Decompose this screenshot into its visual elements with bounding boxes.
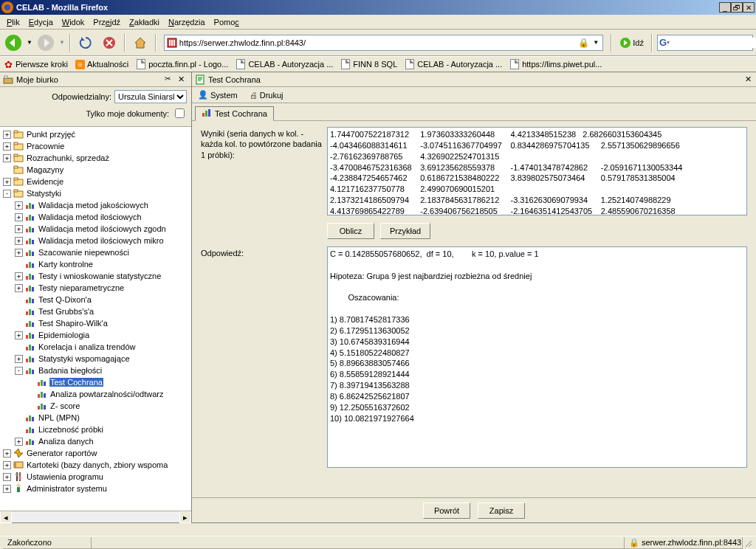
- expand-toggle[interactable]: +: [15, 272, 23, 280]
- bookmark-item[interactable]: CELAB - Autoryzacja ...: [236, 59, 333, 69]
- pin-icon[interactable]: ✂: [165, 75, 175, 85]
- expand-toggle[interactable]: +: [15, 249, 23, 257]
- tree-node[interactable]: Test Cochrana: [0, 376, 191, 388]
- url-dropdown-icon[interactable]: ▼: [591, 36, 601, 49]
- url-input[interactable]: [178, 38, 577, 47]
- tree-node[interactable]: +Testy nieparametryczne: [0, 282, 191, 294]
- menu-view[interactable]: Widok: [58, 16, 89, 28]
- tree-node[interactable]: +Pracownie: [0, 140, 191, 152]
- example-button[interactable]: Przykład: [380, 223, 430, 239]
- tree-node[interactable]: +Ewidencje: [0, 176, 191, 187]
- expand-toggle[interactable]: +: [3, 178, 11, 186]
- close-button[interactable]: ✕: [743, 2, 755, 13]
- expand-toggle[interactable]: +: [3, 461, 11, 469]
- search-bar[interactable]: G▾: [657, 35, 753, 51]
- reload-button[interactable]: [75, 32, 96, 53]
- tree-node[interactable]: +Walidacja metod ilościowych: [0, 211, 191, 223]
- expand-toggle[interactable]: -: [15, 367, 23, 375]
- expand-toggle[interactable]: +: [15, 355, 23, 363]
- tree-node[interactable]: NPL (MPN): [0, 412, 191, 424]
- bookmark-item[interactable]: https://lims.piwet.pul...: [509, 59, 602, 69]
- tree-node[interactable]: Analiza powtarzalności/odtwarz: [0, 388, 191, 400]
- menu-file[interactable]: Plik: [3, 16, 24, 28]
- go-button[interactable]: Idź: [616, 35, 647, 51]
- expand-toggle[interactable]: +: [15, 237, 23, 245]
- expand-toggle[interactable]: -: [3, 190, 11, 198]
- content-close-icon[interactable]: ✕: [743, 75, 753, 85]
- menu-go[interactable]: Przejdź: [89, 16, 124, 28]
- tab-cochrana[interactable]: Test Cochrana: [195, 106, 274, 121]
- tree-node[interactable]: +Walidacja metod ilościowych mikro: [0, 235, 191, 246]
- svg-rect-12: [14, 131, 18, 133]
- search-input[interactable]: [670, 38, 756, 48]
- calculate-button[interactable]: Oblicz: [327, 223, 374, 239]
- restore-button[interactable]: 🗗: [731, 2, 743, 13]
- only-mine-checkbox[interactable]: [175, 108, 185, 118]
- menu-bookmarks[interactable]: Zakładki: [126, 16, 163, 28]
- tree-node[interactable]: +Generator raportów: [0, 447, 191, 459]
- expand-toggle[interactable]: +: [15, 284, 23, 292]
- back-dropdown-icon[interactable]: ▼: [27, 39, 32, 46]
- resize-grip-icon[interactable]: [743, 538, 753, 548]
- bookmark-item[interactable]: FINN 8 SQL: [340, 59, 397, 69]
- tree-node[interactable]: +Analiza danych: [0, 435, 191, 447]
- tree-node[interactable]: Karty kontrolne: [0, 258, 191, 270]
- tree-node[interactable]: -Statystyki: [0, 187, 191, 199]
- tree-node[interactable]: +Epidemiologia: [0, 329, 191, 341]
- tree-node[interactable]: -Badania biegłości: [0, 365, 191, 376]
- home-button[interactable]: [130, 32, 151, 53]
- tree-node[interactable]: Z- score: [0, 400, 191, 412]
- url-bar[interactable]: 🔒 ▼: [164, 35, 603, 51]
- print-button[interactable]: 🖨 Drukuj: [248, 90, 285, 100]
- expand-toggle[interactable]: +: [15, 201, 23, 210]
- expand-toggle[interactable]: +: [15, 331, 23, 339]
- back-button[interactable]: [3, 32, 24, 53]
- input-data-textarea[interactable]: [327, 127, 747, 215]
- bookmark-item[interactable]: ≡ Aktualności: [75, 60, 128, 69]
- expand-toggle[interactable]: +: [15, 438, 23, 446]
- expand-toggle[interactable]: +: [3, 154, 11, 162]
- tree-node[interactable]: Magazyny: [0, 164, 191, 176]
- expand-toggle[interactable]: +: [3, 485, 11, 493]
- expand-toggle[interactable]: +: [3, 449, 11, 458]
- scroll-left-icon[interactable]: ◂: [0, 511, 12, 523]
- expand-toggle[interactable]: +: [3, 473, 11, 481]
- sidebar-close-icon[interactable]: ✕: [178, 75, 188, 85]
- tree-node[interactable]: Test Shapiro-Wilk'a: [0, 317, 191, 329]
- tree-node[interactable]: +Testy i wnioskowanie statystyczne: [0, 270, 191, 282]
- tree-node[interactable]: +Szacowanie niepewności: [0, 246, 191, 258]
- tree-node[interactable]: +Rozrachunki, sprzedaż: [0, 152, 191, 164]
- tree-node[interactable]: Korelacja i analiza trendów: [0, 341, 191, 353]
- bookmark-item[interactable]: ✿ Pierwsze kroki: [3, 59, 68, 69]
- tree-node[interactable]: Liczebność próbki: [0, 424, 191, 435]
- menu-edit[interactable]: Edycja: [25, 16, 57, 28]
- search-engine-icon[interactable]: G▾: [659, 37, 670, 48]
- bookmark-item[interactable]: CELAB - Autoryzacja ...: [405, 59, 502, 69]
- tree-node[interactable]: +Administrator systemu: [0, 483, 191, 494]
- back-button-form[interactable]: Powrót: [423, 503, 470, 519]
- scroll-right-icon[interactable]: ▸: [179, 511, 191, 523]
- save-button[interactable]: Zapisz: [478, 503, 525, 519]
- tree-node[interactable]: +Punkt przyjęć: [0, 128, 191, 140]
- expand-toggle[interactable]: +: [3, 131, 11, 139]
- stop-button[interactable]: [99, 32, 120, 53]
- tree[interactable]: +Punkt przyjęć+Pracownie+Rozrachunki, sp…: [0, 126, 191, 511]
- tree-node[interactable]: +Walidacja metod ilościowych zgodn: [0, 223, 191, 235]
- tree-node[interactable]: +Ustawienia programu: [0, 471, 191, 483]
- expand-toggle[interactable]: +: [3, 142, 11, 151]
- tree-node[interactable]: Test Grubbs's'a: [0, 305, 191, 317]
- tree-node[interactable]: +Walidacja metod jakościowych: [0, 199, 191, 211]
- minimize-button[interactable]: _: [719, 2, 731, 13]
- tree-node[interactable]: +Statystyki wspomagające: [0, 353, 191, 365]
- bookmark-item[interactable]: poczta.finn.pl - Logo...: [136, 59, 228, 69]
- sidebar-h-scrollbar[interactable]: ◂ ▸: [0, 511, 191, 522]
- answer-textarea[interactable]: [327, 246, 747, 468]
- expand-toggle[interactable]: +: [15, 225, 23, 233]
- tree-node[interactable]: Test Q-Dixon'a: [0, 294, 191, 305]
- menu-help[interactable]: Pomoc: [210, 16, 243, 28]
- responsible-select[interactable]: Urszula Siniarska: [114, 90, 187, 103]
- tree-node[interactable]: +Kartoteki (bazy danych, zbiory wspoma: [0, 459, 191, 471]
- menu-tools[interactable]: Narzędzia: [165, 16, 209, 28]
- expand-toggle[interactable]: +: [15, 213, 23, 221]
- system-menu[interactable]: 👤 System: [196, 89, 239, 100]
